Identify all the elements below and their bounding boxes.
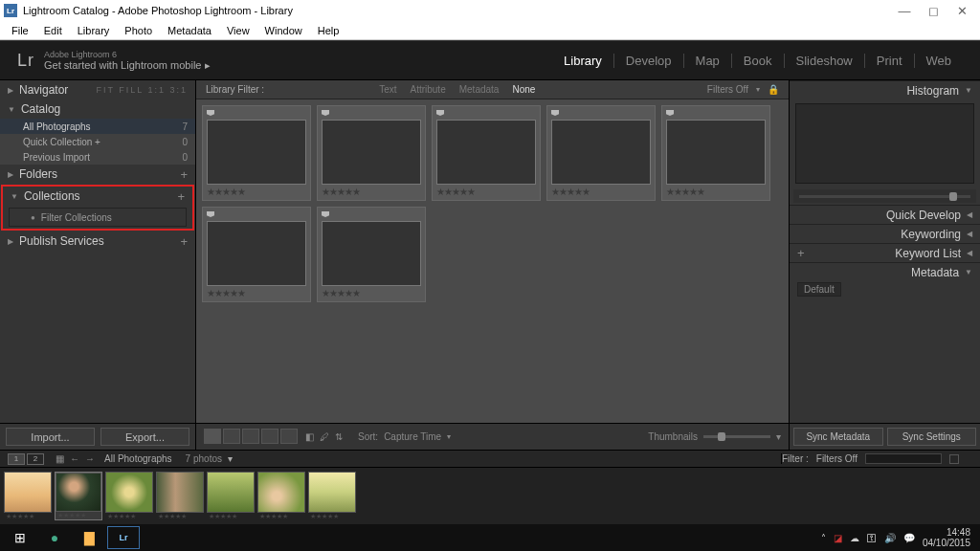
secondary-display-buttons[interactable]: 12	[8, 452, 46, 465]
forward-arrow-icon[interactable]: →	[85, 453, 95, 464]
filter-attribute[interactable]: Attribute	[410, 84, 445, 95]
module-web[interactable]: Web	[915, 54, 964, 68]
chevron-down-icon[interactable]: ▾	[776, 431, 781, 442]
grid-cell[interactable]: ★★★★★	[317, 207, 426, 302]
add-folder-icon[interactable]: +	[180, 167, 188, 182]
module-develop[interactable]: Develop	[614, 54, 684, 68]
painter-icon[interactable]: ◧	[305, 431, 314, 442]
module-print[interactable]: Print	[865, 54, 915, 68]
filmstrip-cell[interactable]: ★★★★★	[105, 472, 153, 520]
left-panel: ▶ Navigator FIT FILL 1:1 3:1 ▼ Catalog A…	[0, 80, 196, 450]
filmstrip-cell[interactable]: ★★★★★	[257, 472, 305, 520]
filmstrip-cell[interactable]: ★★★★★	[4, 472, 52, 520]
catalog-item[interactable]: Quick Collection +0	[0, 134, 195, 149]
thumbnail-grid[interactable]: ★★★★★★★★★★★★★★★★★★★★★★★★★★★★★★★★★★★	[196, 99, 789, 423]
maximize-button[interactable]: ◻	[919, 4, 947, 18]
add-keyword-icon[interactable]: +	[797, 246, 805, 260]
histogram-slider[interactable]	[793, 189, 976, 203]
chevron-down-icon[interactable]: ▾	[756, 85, 760, 94]
start-button[interactable]: ⊞	[4, 526, 36, 549]
publish-services-header[interactable]: ▶ Publish Services +	[0, 231, 195, 251]
grid-cell[interactable]: ★★★★★	[661, 105, 770, 201]
filmstrip-cell[interactable]: ★★★★★	[308, 472, 356, 520]
catalog-item[interactable]: All Photographs7	[0, 119, 195, 134]
sync-metadata-button[interactable]: Sync Metadata	[793, 428, 883, 446]
chevron-left-icon: ◀	[967, 249, 972, 257]
chevron-down-icon[interactable]: ▾	[447, 432, 451, 441]
add-collection-icon[interactable]: +	[177, 189, 185, 204]
filter-lock-icon[interactable]	[949, 454, 959, 464]
add-publish-icon[interactable]: +	[180, 234, 188, 249]
filter-attribute-bar[interactable]	[865, 453, 942, 464]
histogram-header[interactable]: Histogram ▼	[790, 80, 980, 99]
menu-library[interactable]: Library	[70, 25, 118, 36]
menu-edit[interactable]: Edit	[36, 25, 70, 36]
filmstrip[interactable]: ★★★★★★★★★★★★★★★★★★★★★★★★★★★★★★★★★★★	[0, 467, 980, 524]
wifi-icon[interactable]: ⚿	[867, 533, 877, 543]
spray-icon[interactable]: 🖊	[320, 431, 329, 442]
tray-app-icon[interactable]: ◪	[834, 533, 842, 543]
module-library[interactable]: Library	[552, 54, 614, 68]
menu-photo[interactable]: Photo	[117, 25, 160, 36]
import-button[interactable]: Import...	[6, 428, 95, 446]
filmstrip-cell[interactable]: ★★★★★	[207, 472, 255, 520]
center-panel: Library Filter : TextAttributeMetadataNo…	[196, 80, 789, 450]
minimize-button[interactable]: —	[890, 4, 919, 18]
sort-direction-icon[interactable]: ⇅	[335, 431, 343, 442]
sync-settings-button[interactable]: Sync Settings	[887, 428, 977, 446]
grid-cell[interactable]: ★★★★★	[202, 207, 311, 302]
filter-text[interactable]: Text	[379, 84, 396, 95]
module-slideshow[interactable]: Slideshow	[785, 54, 865, 68]
tray-cloud-icon[interactable]: ☁	[850, 533, 859, 543]
volume-icon[interactable]: 🔊	[884, 533, 896, 543]
close-button[interactable]: ✕	[947, 4, 976, 18]
thumbnail-size-slider[interactable]	[703, 435, 770, 438]
keyword-list-header[interactable]: + Keyword List ◀	[790, 243, 980, 262]
back-arrow-icon[interactable]: ←	[70, 453, 79, 464]
keywording-header[interactable]: Keywording ◀	[790, 224, 980, 243]
chevron-down-icon[interactable]: ▾	[228, 453, 233, 464]
breadcrumb-source[interactable]: All Photographs	[104, 453, 172, 464]
menu-view[interactable]: View	[219, 25, 257, 36]
catalog-header[interactable]: ▼ Catalog	[0, 99, 195, 119]
sort-value[interactable]: Capture Time	[384, 431, 441, 442]
filter-none[interactable]: None	[512, 84, 535, 95]
grid-cell[interactable]: ★★★★★	[546, 105, 656, 201]
lock-icon[interactable]: 🔒	[768, 84, 779, 95]
menu-help[interactable]: Help	[310, 25, 347, 36]
filter-collections-input[interactable]: Filter Collections	[9, 208, 187, 227]
explorer-icon[interactable]: ▇	[73, 526, 105, 549]
metadata-header[interactable]: Metadata ▼	[790, 262, 980, 281]
menu-metadata[interactable]: Metadata	[160, 25, 219, 36]
collections-header[interactable]: ▼ Collections +	[3, 187, 192, 206]
navigator-fit-options[interactable]: FIT FILL 1:1 3:1	[96, 85, 188, 95]
clock-time: 14:48	[947, 527, 970, 538]
filter-value[interactable]: Filters Off	[816, 453, 858, 464]
grid-icon[interactable]: ▦	[56, 453, 64, 464]
view-mode-buttons[interactable]	[204, 429, 300, 446]
grid-cell[interactable]: ★★★★★	[317, 105, 426, 201]
menu-window[interactable]: Window	[257, 25, 310, 36]
metadata-preset-select[interactable]: Default	[797, 282, 841, 297]
lightroom-taskbar-icon[interactable]: Lr	[107, 526, 140, 549]
grid-cell[interactable]: ★★★★★	[202, 105, 311, 201]
folders-label: Folders	[19, 167, 57, 181]
filmstrip-cell[interactable]: ★★★★★	[55, 472, 102, 520]
navigator-header[interactable]: ▶ Navigator FIT FILL 1:1 3:1	[0, 80, 195, 99]
filter-metadata[interactable]: Metadata	[459, 84, 500, 95]
filmstrip-cell[interactable]: ★★★★★	[156, 472, 204, 520]
tray-up-icon[interactable]: ˄	[821, 533, 826, 543]
quick-develop-header[interactable]: Quick Develop ◀	[790, 205, 980, 224]
module-map[interactable]: Map	[684, 54, 732, 68]
folders-header[interactable]: ▶ Folders +	[0, 165, 195, 184]
notifications-icon[interactable]: 💬	[903, 533, 915, 543]
catalog-item[interactable]: Previous Import0	[0, 149, 195, 165]
module-book[interactable]: Book	[732, 54, 785, 68]
grid-cell[interactable]: ★★★★★	[432, 105, 541, 201]
chrome-icon[interactable]: ●	[38, 526, 71, 549]
system-clock[interactable]: 14:48 04/10/2015	[923, 527, 970, 548]
export-button[interactable]: Export...	[100, 428, 189, 446]
menu-file[interactable]: File	[4, 25, 36, 36]
mobile-link[interactable]: Get started with Lightroom mobile ▸	[44, 59, 211, 72]
filters-off-label[interactable]: Filters Off	[707, 84, 748, 95]
